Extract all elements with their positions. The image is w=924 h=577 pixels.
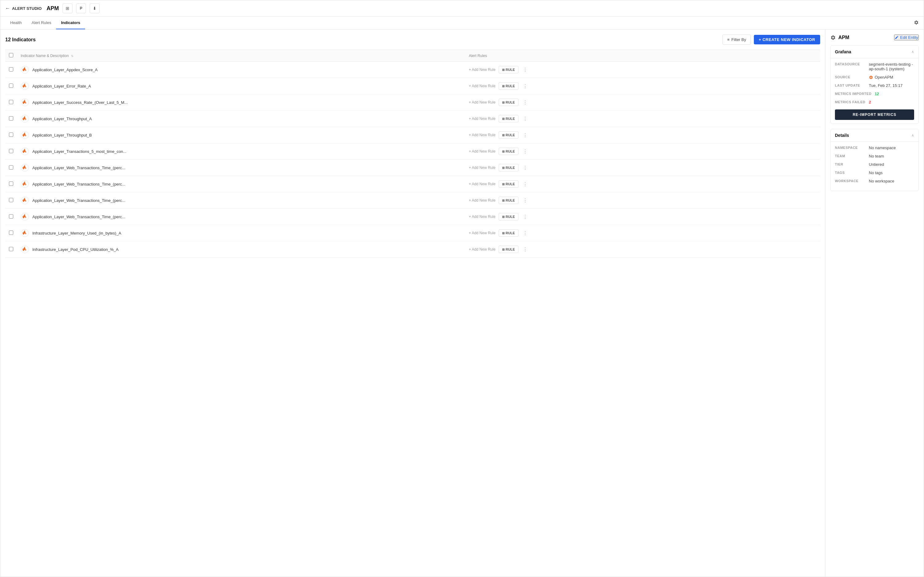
back-label: ALERT STUDIO [12,6,42,11]
indicator-name: Application_Layer_Web_Transactions_Time_… [32,182,126,187]
row-checkbox-5[interactable] [9,132,13,137]
more-options-button[interactable]: ⋮ [522,148,529,155]
add-rule-link[interactable]: + Add New Rule [469,133,495,137]
tab-alert-rules[interactable]: Alert Rules [27,17,56,29]
row-name-cell: Infrastructure_Layer_Memory_Used_(in_byt… [17,225,465,241]
rule-label: RULE [506,150,515,153]
rule-button[interactable]: ⊞ RULE [499,66,518,73]
rule-button[interactable]: ⊞ RULE [499,229,518,237]
add-rule-link[interactable]: + Add New Rule [469,198,495,203]
add-rule-link[interactable]: + Add New Rule [469,231,495,235]
more-options-button[interactable]: ⋮ [522,66,529,73]
back-to-alert-studio-button[interactable]: ← ALERT STUDIO [5,6,42,11]
select-all-checkbox[interactable] [9,53,13,57]
filter-button[interactable]: ≡ Filter By [723,34,750,45]
grafana-section-body: DATASOURCE segment-events-testing - ap-s… [831,58,918,124]
add-rule-link[interactable]: + Add New Rule [469,247,495,251]
add-rule-link[interactable]: + Add New Rule [469,182,495,186]
row-checkbox-10[interactable] [9,214,13,219]
rule-button[interactable]: ⊞ RULE [499,197,518,204]
add-rule-link[interactable]: + Add New Rule [469,166,495,170]
indicator-icon-3 [21,98,29,106]
rule-button[interactable]: ⊞ RULE [499,98,518,106]
add-rule-link[interactable]: + Add New Rule [469,116,495,121]
more-options-button[interactable]: ⋮ [522,213,529,221]
rule-label: RULE [506,84,515,88]
rule-button[interactable]: ⊞ RULE [499,180,518,188]
reimport-metrics-button[interactable]: RE-IMPORT METRICS [835,110,914,120]
more-options-button[interactable]: ⋮ [522,82,529,90]
filter-label: Filter By [731,37,746,42]
add-rule-link[interactable]: + Add New Rule [469,84,495,88]
more-options-button[interactable]: ⋮ [522,99,529,106]
create-indicator-button[interactable]: + CREATE NEW INDICATOR [754,35,820,44]
header-name: Indicator Name & Description ⇅ [17,50,465,62]
more-options-button[interactable]: ⋮ [522,230,529,237]
indicator-icon-11 [21,229,29,237]
rule-button[interactable]: ⊞ RULE [499,213,518,221]
more-options-button[interactable]: ⋮ [522,132,529,139]
row-checkbox-6[interactable] [9,149,13,153]
rule-button[interactable]: ⊞ RULE [499,148,518,155]
row-checkbox-4[interactable] [9,116,13,121]
more-options-button[interactable]: ⋮ [522,115,529,122]
indicator-name: Application_Layer_Throughput_B [32,133,92,137]
row-checkbox-11[interactable] [9,230,13,235]
row-checkbox-1[interactable] [9,67,13,71]
rule-label: RULE [506,215,515,219]
row-rules-cell: + Add New Rule ⊞ RULE ⋮ [465,160,820,176]
details-section-header[interactable]: Details ∧ [831,129,918,142]
row-checkbox-cell [5,127,17,143]
table-row: Application_Layer_Error_Rate_A + Add New… [5,78,820,94]
settings-icon[interactable] [914,20,919,26]
datasource-value: segment-events-testing - ap-south-1 (sys… [869,62,914,71]
right-panel-title: APM [830,35,849,40]
tab-health[interactable]: Health [5,17,27,29]
add-rule-link[interactable]: + Add New Rule [469,68,495,72]
rule-icon: ⊞ [502,232,504,235]
tier-label: TIER [835,162,866,167]
indicator-icon-10 [21,212,29,221]
more-options-button[interactable]: ⋮ [522,197,529,204]
rule-button[interactable]: ⊞ RULE [499,82,518,90]
add-rule-link[interactable]: + Add New Rule [469,149,495,153]
team-value: No team [869,154,914,158]
rule-button[interactable]: ⊞ RULE [499,164,518,171]
flame-indicator-icon [21,147,29,155]
rule-button[interactable]: ⊞ RULE [499,131,518,139]
download-icon-button[interactable]: ⬇ [90,3,100,13]
indicator-icon-12 [21,245,29,254]
row-checkbox-12[interactable] [9,247,13,251]
datasource-row: DATASOURCE segment-events-testing - ap-s… [835,62,914,71]
table-row: Infrastructure_Layer_Pod_CPU_Utilization… [5,241,820,258]
grid-icon-button[interactable]: ⊞ [63,3,72,13]
back-arrow-icon: ← [5,6,10,11]
p-icon: P [80,6,82,10]
more-options-button[interactable]: ⋮ [522,181,529,188]
table-row: Application_Layer_Appdex_Score_A + Add N… [5,62,820,78]
row-checkbox-7[interactable] [9,165,13,169]
grafana-section-header[interactable]: Grafana ∧ [831,46,918,58]
rule-icon: ⊞ [502,134,504,137]
row-checkbox-9[interactable] [9,198,13,202]
row-rules-cell: + Add New Rule ⊞ RULE ⋮ [465,111,820,127]
more-options-button[interactable]: ⋮ [522,246,529,253]
indicator-icon-1 [21,65,29,74]
grafana-section: Grafana ∧ DATASOURCE segment-events-test… [830,45,919,124]
p-icon-button[interactable]: P [76,3,86,13]
row-checkbox-3[interactable] [9,100,13,104]
rule-label: RULE [506,231,515,235]
tab-indicators[interactable]: Indicators [56,17,85,29]
row-checkbox-2[interactable] [9,84,13,88]
edit-entity-button[interactable]: Edit Entity [894,34,919,40]
row-checkbox-8[interactable] [9,182,13,186]
more-options-button[interactable]: ⋮ [522,164,529,171]
rule-button[interactable]: ⊞ RULE [499,246,518,253]
row-name-cell: Application_Layer_Success_Rate_(Over_Las… [17,94,465,111]
indicator-name: Application_Layer_Success_Rate_(Over_Las… [32,100,127,105]
add-rule-link[interactable]: + Add New Rule [469,214,495,219]
rule-button[interactable]: ⊞ RULE [499,115,518,122]
row-checkbox-cell [5,241,17,258]
add-rule-link[interactable]: + Add New Rule [469,100,495,105]
details-section-body: NAMESPACE No namespace TEAM No team TIER… [831,142,918,191]
